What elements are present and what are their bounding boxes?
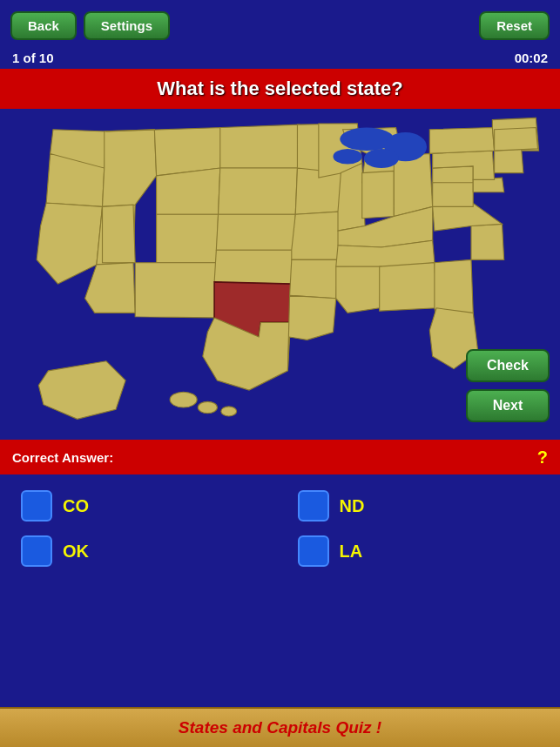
svg-marker-44 — [495, 127, 538, 151]
map-action-buttons: Check Next — [466, 349, 550, 422]
svg-marker-11 — [135, 263, 216, 318]
svg-marker-35 — [471, 224, 504, 259]
svg-marker-12 — [220, 124, 300, 168]
choice-c-label: OK — [63, 542, 89, 562]
svg-marker-9 — [157, 214, 219, 262]
svg-marker-13 — [219, 168, 298, 214]
svg-marker-8 — [103, 205, 136, 263]
question-text: What is the selected state? — [7, 77, 553, 100]
choice-c[interactable]: OK — [21, 535, 263, 567]
svg-marker-41 — [429, 127, 494, 153]
next-button[interactable]: Next — [466, 389, 550, 422]
settings-button[interactable]: Settings — [84, 11, 170, 40]
svg-point-48 — [364, 149, 399, 168]
question-banner: What is the selected state? — [0, 69, 560, 109]
footer-text: States and Capitals Quiz ! — [179, 718, 381, 737]
choice-b-box[interactable] — [298, 490, 329, 522]
answer-value: ? — [537, 448, 548, 468]
svg-marker-21 — [290, 259, 338, 298]
svg-marker-31 — [336, 266, 381, 313]
svg-marker-7 — [157, 168, 220, 214]
choice-d-label: LA — [340, 542, 363, 562]
choice-d[interactable]: LA — [298, 535, 540, 567]
top-bar: Back Settings Reset — [0, 0, 560, 50]
svg-marker-27 — [362, 171, 395, 218]
svg-marker-20 — [292, 212, 341, 259]
answer-row: Correct Answer: ? — [0, 440, 560, 474]
svg-marker-14 — [216, 214, 295, 250]
answer-label: Correct Answer: — [12, 450, 113, 465]
check-button[interactable]: Check — [466, 349, 550, 382]
map-area: Check Next — [0, 109, 560, 440]
choice-b-label: ND — [340, 496, 365, 516]
reset-button[interactable]: Reset — [479, 11, 550, 40]
svg-marker-37 — [433, 179, 474, 206]
svg-marker-15 — [214, 250, 293, 284]
svg-marker-43 — [495, 149, 523, 173]
svg-marker-24 — [338, 164, 365, 232]
svg-point-50 — [170, 392, 197, 407]
bottom-banner: States and Capitals Quiz ! — [0, 707, 560, 747]
choice-d-box[interactable] — [298, 535, 329, 567]
timer-text: 00:02 — [515, 50, 548, 65]
svg-marker-32 — [380, 263, 436, 311]
choice-c-box[interactable] — [21, 535, 52, 567]
choice-a[interactable]: CO — [21, 490, 263, 522]
left-buttons: Back Settings — [10, 11, 170, 40]
progress-text: 1 of 10 — [12, 50, 54, 65]
choice-b[interactable]: ND — [298, 490, 540, 522]
progress-bar: 1 of 10 00:02 — [0, 50, 560, 69]
svg-point-47 — [333, 149, 361, 165]
svg-point-51 — [198, 401, 217, 413]
svg-marker-28 — [394, 153, 432, 216]
svg-marker-38 — [433, 166, 474, 183]
back-button[interactable]: Back — [10, 11, 77, 40]
choices-area: CO ND OK LA — [0, 474, 560, 582]
choice-a-box[interactable] — [21, 490, 52, 522]
svg-point-52 — [221, 407, 237, 416]
choice-a-label: CO — [63, 496, 89, 516]
